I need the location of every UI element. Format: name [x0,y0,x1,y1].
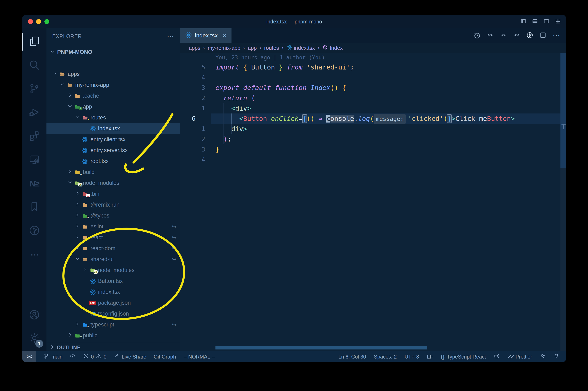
code-line[interactable]: 2 ); [180,134,566,144]
chevron-down-icon[interactable] [59,81,65,89]
tree-item-public[interactable]: ☷public [46,330,180,341]
activity-remote-explorer[interactable] [22,149,46,171]
commit-icon[interactable] [500,32,507,39]
status-extension-smiley[interactable] [494,353,499,360]
chevron-right-icon[interactable] [67,169,73,176]
activity-settings[interactable]: 1 [22,327,46,350]
tree-item-index.tsx[interactable]: index.tsx [46,287,180,297]
status-live-share[interactable]: Live Share [114,353,146,360]
tree-item-apps[interactable]: apps [46,69,180,80]
status-notifications[interactable] [553,353,559,360]
code-line[interactable]: 4 [180,155,566,165]
chevron-right-icon[interactable] [75,223,80,230]
code-line[interactable]: 1 div> [180,124,566,134]
tree-item-my-remix-app[interactable]: my-remix-app [46,80,180,91]
code-editor[interactable]: You, 23 hours ago | 1 author (You) 5impo… [180,53,566,351]
status-branch[interactable]: main [44,353,63,360]
status-sync[interactable] [70,353,76,360]
tree-item-.cache[interactable]: .cache [46,91,180,101]
toggle-secondary-sidebar-icon[interactable] [544,18,549,25]
status-eol[interactable]: LF [427,354,433,360]
activity-run-debug[interactable] [22,101,46,124]
tree-item-eslint[interactable]: eslint↪ [46,221,180,232]
tree-item-index.tsx[interactable]: index.tsx [46,123,180,134]
outline-panel-header[interactable]: OUTLINE [46,342,180,351]
chevron-down-icon[interactable] [52,71,58,78]
tree-item-.bin[interactable]: 01.bin [46,189,180,199]
activity-bookmarks[interactable] [22,196,46,218]
breadcrumb-item-index.tsx[interactable]: index.tsx [286,44,315,52]
activity-extensions[interactable] [22,125,46,148]
tree-item-package.json[interactable]: npmpackage.json [46,297,180,308]
chevron-down-icon[interactable] [67,180,73,187]
commit-left-icon[interactable] [487,32,494,39]
status-formatter[interactable]: ✓✓Prettier [507,354,532,360]
tree-item-@types[interactable]: TS@types [46,210,180,221]
breadcrumb-item-Index[interactable]: Index [322,44,343,52]
code-line[interactable]: 2 return ( [180,93,566,103]
tree-item-node_modules[interactable]: JSnode_modules [46,265,180,276]
chevron-right-icon[interactable] [75,245,80,252]
code-line[interactable]: 6 <Button onClick={() ⇒ console.log(mess… [180,113,566,124]
breadcrumb-item-app[interactable]: app [248,45,257,51]
more-actions-icon[interactable]: ⋯ [553,31,561,40]
chevron-right-icon[interactable] [75,234,80,241]
chevron-right-icon[interactable] [82,267,88,274]
code-line[interactable]: 5import { Button } from 'shared-ui'; [180,62,566,72]
customize-layout-icon[interactable] [555,18,561,25]
breadcrumb-item-routes[interactable]: routes [264,45,279,51]
explorer-more-icon[interactable]: ⋯ [167,32,174,40]
tree-item-node_modules[interactable]: JSnode_modules [46,178,180,189]
tree-item-typescript[interactable]: TStypescript↪ [46,319,180,330]
tree-item-entry.client.tsx[interactable]: entry.client.tsx [46,134,180,145]
close-tab-icon[interactable]: ✕ [223,32,227,39]
tree-item-@remix-run[interactable]: @remix-run [46,199,180,210]
chevron-down-icon[interactable] [75,114,80,121]
remote-indicator[interactable]: >< [22,351,36,362]
activity-explorer[interactable] [22,30,46,53]
code-line[interactable]: 1 <div> [180,103,566,113]
status-encoding[interactable]: UTF-8 [405,354,419,360]
chevron-right-icon[interactable] [75,201,80,208]
tree-item-Button.tsx[interactable]: Button.tsx [46,276,180,287]
status-git-graph[interactable]: Git Graph [154,354,176,360]
toggle-sidebar-icon[interactable] [521,18,526,25]
tree-item-routes[interactable]: ●routes [46,112,180,123]
activity-search[interactable] [22,54,46,77]
chevron-down-icon[interactable] [75,256,80,263]
tree-item-entry.server.tsx[interactable]: entry.server.tsx [46,145,180,156]
status-language-mode[interactable]: {}TypeScript React [441,354,486,360]
tree-item-build[interactable]: ▲build [46,167,180,178]
tree-item-app[interactable]: ⚙app [46,101,180,112]
history-icon[interactable] [474,32,481,39]
tree-item-react[interactable]: react↪ [46,232,180,243]
chevron-right-icon[interactable] [67,332,73,339]
activity-accounts[interactable] [22,304,46,326]
status-vim-mode[interactable]: -- NORMAL -- [183,354,215,360]
tab-index.tsx[interactable]: index.tsx✕ [180,28,231,43]
status-problems[interactable]: 00 [83,353,106,360]
status-cursor-position[interactable]: Ln 6, Col 30 [338,354,366,360]
code-line[interactable]: 3} [180,144,566,155]
breadcrumb-item-my-remix-app[interactable]: my-remix-app [208,45,240,51]
activity-source-control[interactable] [22,78,46,100]
code-line[interactable]: 4 [180,72,566,83]
status-indentation[interactable]: Spaces: 2 [374,354,396,360]
scrollbar-thumb[interactable] [561,53,566,168]
tree-item-react-dom[interactable]: react-dom↪ [46,243,180,254]
breadcrumb-item-apps[interactable]: apps [189,45,200,51]
activity-git-graph[interactable] [22,219,46,242]
chevron-right-icon[interactable] [75,190,80,197]
activity-more-views[interactable]: ⋯ [22,243,46,266]
tree-item-shared-ui[interactable]: shared-ui↪ [46,254,180,265]
commit-right-icon[interactable] [513,32,520,39]
toggle-panel-icon[interactable] [532,18,538,25]
chevron-right-icon[interactable] [75,212,80,219]
workspace-section-header[interactable]: PNPM-MONO [46,46,180,58]
code-line[interactable]: 3export default function Index() { [180,83,566,93]
tree-item-tsconfig.json[interactable]: TS⚙tsconfig.json [46,308,180,319]
chevron-down-icon[interactable] [67,103,73,110]
activity-nx-console[interactable]: N≥ [22,172,46,195]
split-editor-icon[interactable] [539,32,546,39]
git-graph-icon[interactable] [526,32,533,39]
